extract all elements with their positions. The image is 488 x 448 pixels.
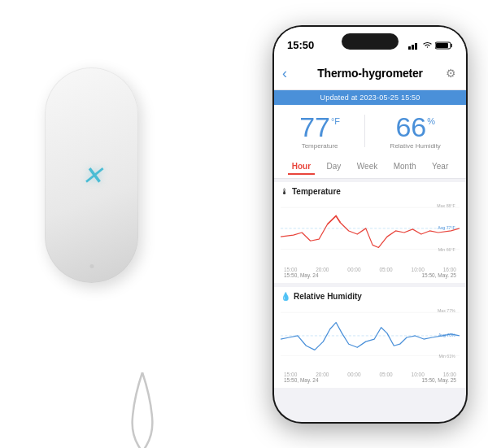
humidity-label: Relative Humidity [390,142,441,150]
tab-week[interactable]: Week [353,159,381,175]
svg-text:Max 77%: Max 77% [438,308,455,313]
humidity-chart-svg: Max 77% Avg 70% Min 61% [281,304,460,371]
hum-date-start: 15:50, May. 24 [284,377,319,383]
time-label-0: 15:00 [284,267,297,272]
device-dot [89,264,94,268]
svg-text:Min 61%: Min 61% [438,353,455,358]
humidity-chart-area: Max 77% Avg 70% Min 61% [281,304,460,371]
phone-container: 15:50 [272,25,468,424]
hum-time-1: 20:00 [316,372,329,377]
temperature-label: Temperature [302,142,338,150]
hum-time-3: 05:00 [379,372,392,377]
temperature-chart-header: 🌡 Temperature [281,187,460,196]
humidity-chart-icon: 💧 [281,292,290,301]
humidity-block: 66 % Relative Humidity [390,113,441,150]
hum-time-4: 10:00 [412,372,425,377]
temperature-time-labels: 15:00 20:00 00:00 05:00 10:00 16:00 [281,267,460,272]
signal-icon [408,41,420,50]
scene: ✕ 15:50 [0,0,488,448]
hum-date-end: 15:50, May. 25 [421,377,456,383]
device-container: ✕ [16,54,167,395]
svg-text:Avg 77°F: Avg 77°F [438,224,455,229]
svg-rect-3 [415,43,417,50]
humidity-value-row: 66 % [395,113,435,141]
humidity-chart-header: 💧 Relative Humidity [281,292,460,301]
readings-row: 77 °F Temperature 66 % Relative Humidity [274,105,466,156]
status-time: 15:50 [287,39,314,51]
time-label-3: 05:00 [379,267,392,272]
humidity-value: 66 [395,113,426,141]
temperature-block: 77 °F Temperature [299,113,340,150]
tab-month[interactable]: Month [390,159,420,175]
battery-icon [435,41,453,50]
hum-time-0: 15:00 [284,372,297,377]
dynamic-island [342,33,399,50]
time-label-1: 20:00 [316,267,329,272]
time-tabs: Hour Day Week Month Year [274,156,466,179]
phone-outer: 15:50 [272,25,468,424]
humidity-chart-title: Relative Humidity [294,292,362,301]
temp-date-end: 15:50, May. 25 [421,272,456,278]
temperature-chart-title: Temperature [292,187,341,196]
humidity-unit: % [427,116,435,126]
update-banner: Updated at 2023-05-25 15:50 [274,90,466,105]
svg-rect-2 [412,45,414,50]
device-logo: ✕ [81,160,102,191]
svg-rect-5 [436,43,448,48]
temperature-chart-section: 🌡 Temperature Max 88°F Avg 77°F Min [274,182,466,283]
tab-day[interactable]: Day [323,159,346,175]
wifi-icon [423,41,432,49]
humidity-chart-section: 💧 Relative Humidity Max 77% Avg 70% Min … [274,286,466,388]
temperature-chart-svg: Max 88°F Avg 77°F Min 66°F [281,199,460,266]
time-label-4: 10:00 [412,267,425,272]
svg-rect-1 [408,46,411,50]
app-header: ‹ Thermo-hygrometer ⚙ [274,58,466,90]
status-bar: 15:50 [274,27,466,58]
tab-hour[interactable]: Hour [288,159,315,175]
temperature-unit: °F [331,116,340,126]
tab-year[interactable]: Year [428,159,452,175]
humidity-time-labels: 15:00 20:00 00:00 05:00 10:00 16:00 [281,372,460,377]
gear-button[interactable]: ⚙ [446,67,456,80]
svg-text:Min 66°F: Min 66°F [438,246,455,251]
time-label-2: 00:00 [347,267,360,272]
hum-time-5: 16:00 [443,372,456,377]
temperature-chart-area: Max 88°F Avg 77°F Min 66°F [281,199,460,266]
update-text: Updated at 2023-05-25 15:50 [320,94,420,102]
svg-text:Max 88°F: Max 88°F [437,203,455,208]
back-button[interactable]: ‹ [282,66,287,80]
temperature-value-row: 77 °F [299,113,340,141]
temperature-date-row: 15:50, May. 24 15:50, May. 25 [281,272,460,278]
phone-screen: 15:50 [274,27,466,422]
hum-time-2: 00:00 [347,372,360,377]
reading-divider [364,115,365,147]
temp-date-start: 15:50, May. 24 [284,272,319,278]
temperature-value: 77 [299,113,330,141]
lanyard-svg [118,372,167,448]
device-body: ✕ [45,67,138,283]
humidity-date-row: 15:50, May. 24 15:50, May. 25 [281,377,460,383]
status-icons [408,41,453,50]
app-title: Thermo-hygrometer [317,67,423,80]
time-label-5: 16:00 [443,267,456,272]
temperature-chart-icon: 🌡 [281,187,289,196]
